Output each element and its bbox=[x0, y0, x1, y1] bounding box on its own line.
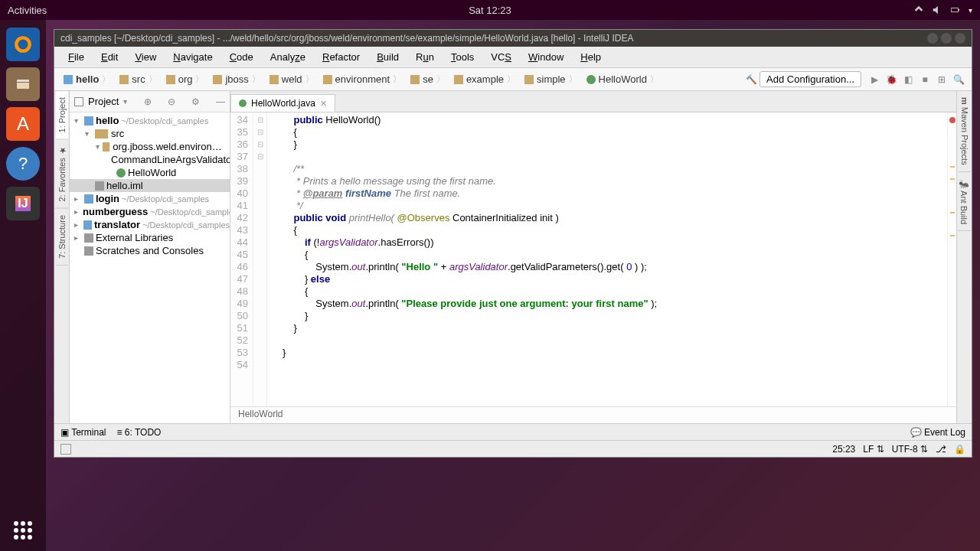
dock-firefox[interactable] bbox=[6, 28, 40, 61]
crumb-simple[interactable]: simple bbox=[520, 73, 582, 85]
toggle-tool-windows-icon[interactable] bbox=[60, 444, 71, 455]
dock-help[interactable]: ? bbox=[6, 147, 40, 181]
scroll-to-icon[interactable]: ⊕ bbox=[144, 96, 152, 107]
java-class-icon bbox=[239, 99, 247, 107]
tab-structure[interactable]: 7: Structure bbox=[56, 209, 68, 266]
close-tab-icon[interactable]: ✕ bbox=[320, 99, 327, 109]
navigation-bar: hello src org jboss weld environment se … bbox=[54, 68, 972, 91]
warn-marker[interactable] bbox=[950, 178, 955, 180]
scroll-from-icon[interactable]: ⊖ bbox=[168, 96, 175, 107]
dock-intellij[interactable]: IJ bbox=[6, 187, 40, 220]
run-config-dropdown[interactable]: Add Configuration... bbox=[760, 71, 861, 87]
warn-marker[interactable] bbox=[950, 166, 955, 168]
error-marker-icon[interactable] bbox=[949, 117, 956, 123]
menu-bar: File Edit View Navigate Code Analyze Ref… bbox=[54, 47, 972, 68]
svg-rect-0 bbox=[952, 8, 959, 11]
tab-todo[interactable]: ≡ 6: TODO bbox=[116, 427, 161, 438]
intellij-window: cdi_samples [~/Desktop/cdi_samples] - ..… bbox=[54, 29, 972, 458]
window-title: cdi_samples [~/Desktop/cdi_samples] - ..… bbox=[60, 33, 633, 44]
status-bar: 25:23 LF ⇅ UTF-8 ⇅ ⎇ 🔒 bbox=[54, 440, 972, 457]
menu-help[interactable]: Help bbox=[573, 49, 609, 65]
line-gutter: 34 35 36 37 38 39 40 41 42 43 44 45 46 4… bbox=[230, 112, 253, 406]
network-icon bbox=[913, 5, 924, 15]
window-titlebar[interactable]: cdi_samples [~/Desktop/cdi_samples] - ..… bbox=[54, 30, 972, 47]
menu-refactor[interactable]: Refactor bbox=[315, 49, 368, 65]
code-editor[interactable]: 34 35 36 37 38 39 40 41 42 43 44 45 46 4… bbox=[230, 112, 956, 406]
menu-analyze[interactable]: Analyze bbox=[263, 49, 313, 65]
tab-maven[interactable]: m Maven Projects bbox=[959, 91, 971, 172]
crumb-jboss[interactable]: jboss bbox=[208, 73, 264, 85]
dock-files[interactable] bbox=[6, 67, 40, 101]
crumb-environment[interactable]: environment bbox=[318, 73, 407, 85]
tab-project[interactable]: 1: Project bbox=[56, 91, 68, 139]
search-everywhere-icon[interactable]: 🔍 bbox=[952, 73, 965, 86]
activities-button[interactable]: Activities bbox=[8, 5, 47, 16]
warn-marker[interactable] bbox=[950, 212, 955, 214]
svg-point-3 bbox=[18, 40, 28, 50]
project-pane-title[interactable]: Project bbox=[88, 96, 119, 107]
ubuntu-dock: A ? IJ bbox=[0, 20, 46, 551]
caret-down-icon: ▾ bbox=[969, 6, 972, 15]
crumb-module[interactable]: hello bbox=[59, 73, 115, 85]
dropdown-icon[interactable]: ▾ bbox=[123, 97, 127, 106]
maximize-button[interactable] bbox=[941, 33, 952, 44]
tab-favorites[interactable]: 2: Favorites ★ bbox=[55, 139, 68, 209]
hide-icon[interactable]: — bbox=[216, 96, 225, 107]
ubuntu-top-bar: Activities Sat 12:23 ▾ bbox=[0, 0, 980, 20]
menu-edit[interactable]: Edit bbox=[93, 49, 126, 65]
dock-software[interactable]: A bbox=[6, 107, 40, 141]
menu-vcs[interactable]: VCS bbox=[483, 49, 519, 65]
debug-icon[interactable]: 🐞 bbox=[885, 73, 897, 86]
menu-run[interactable]: Run bbox=[408, 49, 442, 65]
warn-marker[interactable] bbox=[950, 235, 955, 236]
svg-rect-5 bbox=[17, 83, 29, 89]
tab-helloworld[interactable]: HelloWorld.java ✕ bbox=[230, 94, 335, 112]
code-content[interactable]: public HelloWorld() { } /** * Prints a h… bbox=[267, 112, 947, 406]
menu-view[interactable]: View bbox=[127, 49, 164, 65]
coverage-icon[interactable]: ◧ bbox=[902, 73, 914, 86]
project-view-icon bbox=[74, 97, 83, 106]
editor-tabs: HelloWorld.java ✕ bbox=[230, 91, 956, 112]
settings-icon[interactable]: ⚙ bbox=[191, 96, 200, 107]
clock[interactable]: Sat 12:23 bbox=[469, 5, 511, 16]
dock-apps-button[interactable] bbox=[14, 521, 32, 540]
menu-file[interactable]: File bbox=[60, 49, 92, 65]
editor-breadcrumb[interactable]: HelloWorld bbox=[230, 406, 956, 423]
project-structure-icon[interactable]: ⊞ bbox=[936, 73, 948, 86]
bottom-tool-strip: ▣ Terminal ≡ 6: TODO 💬 Event Log bbox=[54, 423, 972, 440]
left-tool-strip: 1: Project 2: Favorites ★ 7: Structure bbox=[54, 91, 70, 423]
editor-area: HelloWorld.java ✕ 34 35 36 37 38 39 40 4… bbox=[230, 91, 956, 423]
close-button[interactable] bbox=[955, 33, 965, 44]
tab-ant[interactable]: 🐜 Ant Build bbox=[958, 172, 971, 231]
crumb-weld[interactable]: weld bbox=[265, 73, 318, 85]
menu-window[interactable]: Window bbox=[521, 49, 571, 65]
menu-navigate[interactable]: Navigate bbox=[165, 49, 220, 65]
cursor-position[interactable]: 25:23 bbox=[832, 444, 855, 455]
crumb-se[interactable]: se bbox=[406, 73, 449, 85]
tab-eventlog[interactable]: 💬 Event Log bbox=[910, 427, 965, 438]
battery-icon bbox=[950, 5, 961, 15]
right-tool-strip: m Maven Projects 🐜 Ant Build bbox=[956, 91, 972, 423]
fold-gutter[interactable]: ⊟ ⊟ ⊟ ⊟ bbox=[253, 112, 267, 406]
crumb-class[interactable]: HelloWorld bbox=[582, 73, 663, 85]
file-encoding[interactable]: UTF-8 ⇅ bbox=[892, 444, 928, 455]
crumb-org[interactable]: org bbox=[162, 73, 209, 85]
error-stripe[interactable] bbox=[947, 112, 956, 406]
crumb-src[interactable]: src bbox=[115, 73, 161, 85]
menu-code[interactable]: Code bbox=[222, 49, 261, 65]
crumb-example[interactable]: example bbox=[449, 73, 520, 85]
menu-build[interactable]: Build bbox=[369, 49, 407, 65]
run-icon[interactable]: ▶ bbox=[868, 73, 880, 86]
project-tool-window: Project ▾ ⊕ ⊖ ⚙ — ▾hello ~/Desktop/cdi_s… bbox=[70, 91, 230, 423]
menu-tools[interactable]: Tools bbox=[443, 49, 482, 65]
git-icon[interactable]: ⎇ bbox=[936, 444, 946, 455]
tab-terminal[interactable]: ▣ Terminal bbox=[60, 427, 106, 438]
volume-icon bbox=[932, 5, 942, 15]
stop-icon[interactable]: ■ bbox=[919, 73, 931, 86]
project-tree[interactable]: ▾hello ~/Desktop/cdi_samples ▾src ▾org.j… bbox=[70, 112, 230, 423]
minimize-button[interactable] bbox=[927, 33, 938, 44]
lock-icon[interactable]: 🔒 bbox=[954, 444, 965, 455]
line-separator[interactable]: LF ⇅ bbox=[863, 444, 884, 455]
system-tray[interactable]: ▾ bbox=[913, 5, 972, 15]
build-icon[interactable]: 🔨 bbox=[745, 73, 757, 86]
